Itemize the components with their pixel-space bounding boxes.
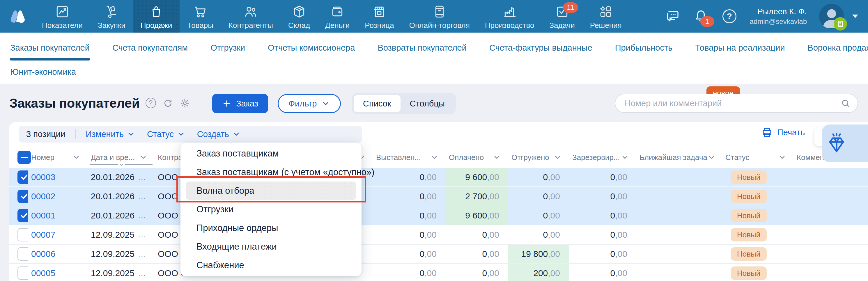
column-header[interactable]: Ближайшая задача — [636, 147, 722, 168]
table-row[interactable]: 0000512.09.2025...ООО «0,000,00200,000,0… — [9, 264, 868, 281]
row-checkbox[interactable] — [18, 209, 28, 222]
nav-item-production[interactable]: Производство — [477, 0, 542, 33]
tab-возвраты-покупателей[interactable]: Возвраты покупателей — [377, 43, 467, 53]
status-badge: Новый — [731, 228, 767, 242]
order-date-cell: 12.09.2025... — [87, 264, 154, 281]
tab-юнит-экономика[interactable]: Юнит-экономика — [10, 67, 76, 77]
filter-button[interactable]: Фильтр — [278, 94, 341, 113]
nav-item-label: Розница — [365, 21, 394, 30]
avatar[interactable] — [819, 4, 844, 29]
menu-item-входящие-платежи[interactable]: Входящие платежи — [181, 237, 362, 256]
menu-item-отгрузки[interactable]: Отгрузки — [181, 200, 362, 219]
user-menu[interactable]: Рылеев К. Ф. admin@sevkavlab — [750, 7, 807, 26]
nav-item-online-trade[interactable]: Онлайн-торговля — [402, 0, 477, 33]
column-header[interactable]: Дата и вре... — [87, 147, 154, 168]
people-icon — [243, 4, 258, 19]
nav-item-purchases[interactable]: Закупки — [90, 0, 133, 33]
column-header[interactable]: Отгружено — [508, 147, 569, 168]
add-order-button[interactable]: Заказ — [212, 94, 268, 113]
nav-item-solutions[interactable]: Решения — [583, 0, 629, 33]
row-checkbox[interactable] — [18, 190, 28, 203]
table-row[interactable]: 0000120.01.2026...ООО «0,009 600,000,000… — [9, 206, 868, 225]
help-circle-icon[interactable]: ? — [146, 98, 157, 109]
nav-item-indicators[interactable]: Показатели — [34, 0, 90, 33]
column-header[interactable]: Выставлен... — [373, 147, 445, 168]
menu-item-волна-отбора[interactable]: Волна отбора — [186, 182, 356, 200]
tab-счета-фактуры-выданные[interactable]: Счета-фактуры выданные — [489, 43, 592, 53]
row-checkbox[interactable] — [18, 170, 28, 184]
search-icon[interactable] — [841, 98, 850, 108]
tab-товары-на-реализации[interactable]: Товары на реализации — [695, 43, 785, 53]
chat-icon[interactable] — [664, 8, 681, 25]
toolbar-action-изменить[interactable]: Изменить — [86, 129, 135, 139]
reserved-cell: 0,00 — [569, 225, 636, 244]
tab-воронка-продаж[interactable]: Воронка продаж — [807, 43, 868, 53]
select-all-checkbox-cell — [9, 147, 28, 168]
comment-cell — [793, 187, 868, 206]
print-label: Печать — [777, 128, 805, 137]
nav-item-money[interactable]: Деньги — [317, 0, 357, 33]
nav-item-tasks[interactable]: Задачи11 — [542, 0, 582, 33]
status-badge: Новый — [731, 209, 767, 222]
app-logo[interactable] — [0, 0, 34, 33]
menu-item-заказ-поставщикам-с-учетом-доступно-[interactable]: Заказ поставщикам (с учетом «доступно») — [181, 163, 362, 182]
search-box — [615, 94, 858, 113]
row-checkbox[interactable] — [18, 247, 28, 261]
menu-item-приходные-ордеры[interactable]: Приходные ордеры — [181, 219, 362, 237]
order-number-link[interactable]: 00007 — [31, 230, 55, 240]
table-row[interactable]: 0000712.09.2025...ООО «0,000,000,000,00Н… — [9, 225, 868, 245]
order-number-link[interactable]: 00006 — [31, 249, 55, 259]
refresh-icon[interactable] — [162, 98, 174, 109]
column-header[interactable]: Статус — [722, 147, 793, 168]
view-option-список[interactable]: Список — [354, 95, 401, 112]
table-row[interactable]: 0000320.01.2026...ООО «0,009 600,000,000… — [9, 168, 868, 187]
column-header[interactable]: Оплачено — [445, 147, 508, 168]
order-number-link[interactable]: 00002 — [31, 191, 55, 201]
tab-отчеты-комиссионера[interactable]: Отчеты комиссионера — [268, 43, 355, 53]
notifications-bell-icon[interactable]: 1 — [693, 8, 709, 25]
chevron-down-icon[interactable] — [852, 14, 858, 18]
row-checkbox[interactable] — [18, 228, 28, 242]
toolbar-actions: ИзменитьСтатусСоздать — [86, 129, 241, 139]
shipped-cell: 200,00 — [508, 264, 569, 281]
issued-cell: 0,00 — [373, 168, 445, 186]
menu-item-снабжение[interactable]: Снабжение — [181, 256, 362, 275]
order-number-link[interactable]: 00001 — [31, 211, 55, 220]
tab-прибыльность[interactable]: Прибыльность — [615, 43, 673, 53]
store-icon — [372, 4, 386, 19]
tab-счета-покупателям[interactable]: Счета покупателям — [112, 43, 188, 53]
table-row[interactable]: 0000220.01.2026...ООО «0,002 700,000,000… — [9, 187, 868, 206]
printer-icon — [761, 126, 773, 138]
search-input[interactable] — [615, 94, 858, 113]
nav-item-goods[interactable]: Товары — [180, 0, 221, 33]
view-option-столбцы[interactable]: Столбцы — [401, 95, 454, 112]
order-number-link[interactable]: 00005 — [31, 268, 55, 278]
help-icon[interactable]: ? — [721, 8, 738, 25]
selection-toolbar: 3 позиции ИзменитьСтатусСоздать — [19, 126, 362, 143]
print-button[interactable]: Печать — [761, 126, 805, 138]
nav-item-retail[interactable]: Розница — [357, 0, 402, 33]
recommendations-panel[interactable] — [822, 125, 868, 162]
nav-item-sales[interactable]: Продажи — [133, 0, 180, 33]
nav-item-warehouse[interactable]: Склад — [281, 0, 317, 33]
row-checkbox-cell — [9, 206, 28, 225]
order-number-link[interactable]: 00003 — [31, 172, 55, 182]
column-header[interactable]: Номер — [28, 147, 87, 168]
column-header[interactable]: Зарезервир... — [569, 147, 636, 168]
orders-list-card: 3 позиции ИзменитьСтатусСоздать Печать Н… — [9, 122, 868, 281]
reserved-cell: 0,00 — [569, 187, 636, 206]
toolbar-action-создать[interactable]: Создать — [197, 129, 241, 139]
phone-icon — [432, 4, 447, 19]
nav-item-label: Онлайн-торговля — [409, 21, 470, 30]
menu-item-заказ-поставщикам[interactable]: Заказ поставщикам — [181, 144, 362, 163]
toolbar-action-статус[interactable]: Статус — [147, 129, 185, 139]
table-row[interactable]: 0000612.09.2025...ООО «0,000,0019 800,00… — [9, 245, 868, 264]
tab-заказы-покупателей[interactable]: Заказы покупателей — [10, 43, 90, 53]
tab-отгрузки[interactable]: Отгрузки — [211, 43, 245, 53]
nav-item-counterparties[interactable]: Контрагенты — [221, 0, 281, 33]
nav-item-label: Задачи — [549, 21, 575, 30]
row-checkbox[interactable] — [18, 267, 28, 280]
create-dropdown-menu: Заказ поставщикамЗаказ поставщикам (с уч… — [181, 143, 362, 276]
gear-icon[interactable] — [179, 98, 190, 109]
nav-item-label: Показатели — [42, 21, 83, 30]
